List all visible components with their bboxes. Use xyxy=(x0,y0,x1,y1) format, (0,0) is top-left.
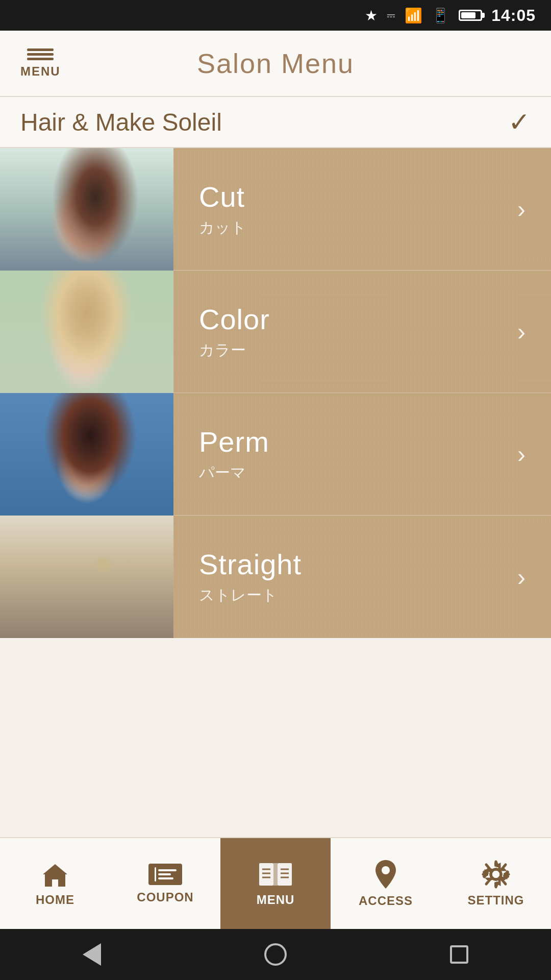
salon-name: Hair & Make Soleil xyxy=(20,108,222,136)
hamburger-menu-button[interactable]: MENU xyxy=(20,48,61,79)
perm-menu-item[interactable]: Perm パーマ › xyxy=(173,393,551,516)
recents-icon xyxy=(450,945,468,964)
perm-label-english: Perm xyxy=(199,425,269,458)
page-title: Salon Menu xyxy=(197,47,354,79)
perm-chevron-icon: › xyxy=(517,440,525,468)
back-icon xyxy=(83,943,101,966)
back-button[interactable] xyxy=(77,939,107,970)
menu-line-1 xyxy=(27,48,54,51)
color-photo xyxy=(0,271,173,393)
perm-photo xyxy=(0,393,173,516)
cut-label-english: Cut xyxy=(199,180,246,213)
nav-setting-button[interactable]: SETTING xyxy=(441,838,551,929)
svg-rect-14 xyxy=(494,882,497,887)
svg-rect-1 xyxy=(278,863,292,886)
coupon-icon xyxy=(147,863,183,886)
home-circle-icon xyxy=(264,943,287,966)
book-icon xyxy=(258,860,293,889)
home-button[interactable] xyxy=(260,939,291,970)
svg-rect-0 xyxy=(259,863,273,886)
bottom-navigation: HOME COUPON MEN xyxy=(0,837,551,929)
salon-selector[interactable]: Hair & Make Soleil ✓ xyxy=(0,97,551,148)
menu-button-label: MENU xyxy=(20,64,61,79)
straight-item-text: Straight ストレート xyxy=(199,548,302,606)
straight-chevron-icon: › xyxy=(517,563,525,591)
home-icon xyxy=(40,860,70,889)
recents-button[interactable] xyxy=(444,939,474,970)
bluetooth-icon: ★ xyxy=(365,7,378,24)
cut-photo xyxy=(0,148,173,271)
wifi-icon: 📶 xyxy=(405,7,422,24)
vibrate-icon: ⎓ xyxy=(387,7,395,23)
status-bar: ★ ⎓ 📶 📱 14:05 xyxy=(0,0,551,31)
home-nav-label: HOME xyxy=(36,893,74,907)
pin-icon xyxy=(372,859,399,890)
header: MENU Salon Menu xyxy=(0,31,551,97)
coupon-nav-label: COUPON xyxy=(137,890,193,904)
cut-chevron-icon: › xyxy=(517,195,525,223)
cut-menu-item[interactable]: Cut カット › xyxy=(173,148,551,271)
setting-nav-label: SETTING xyxy=(467,893,524,908)
nav-access-button[interactable]: ACCESS xyxy=(331,838,441,929)
android-navigation-bar xyxy=(0,929,551,980)
perm-label-japanese: パーマ xyxy=(199,462,269,483)
battery-icon xyxy=(459,10,482,21)
straight-photo xyxy=(0,516,173,638)
menu-line-3 xyxy=(27,58,54,60)
sim-icon: 📱 xyxy=(432,7,449,24)
menu-items-grid: Cut カット › Color カラー › Perm パーマ › Straigh… xyxy=(0,148,551,638)
straight-label-english: Straight xyxy=(199,548,302,581)
svg-rect-13 xyxy=(494,862,497,867)
cut-label-japanese: カット xyxy=(199,217,246,238)
status-time: 14:05 xyxy=(491,6,536,25)
color-chevron-icon: › xyxy=(517,317,525,346)
nav-coupon-button[interactable]: COUPON xyxy=(110,838,220,929)
color-label-english: Color xyxy=(199,303,270,336)
color-label-japanese: カラー xyxy=(199,340,270,361)
access-nav-label: ACCESS xyxy=(359,894,413,908)
menu-nav-label: MENU xyxy=(257,893,295,907)
nav-menu-button[interactable]: MENU xyxy=(220,838,331,929)
gear-icon xyxy=(481,860,511,889)
nav-home-button[interactable]: HOME xyxy=(0,838,110,929)
perm-item-text: Perm パーマ xyxy=(199,425,269,483)
straight-label-japanese: ストレート xyxy=(199,585,302,606)
svg-rect-2 xyxy=(273,863,278,886)
svg-point-9 xyxy=(382,866,390,874)
menu-line-2 xyxy=(27,53,54,56)
straight-menu-item[interactable]: Straight ストレート › xyxy=(173,516,551,638)
color-item-text: Color カラー xyxy=(199,303,270,361)
color-menu-item[interactable]: Color カラー › xyxy=(173,271,551,393)
cut-item-text: Cut カット xyxy=(199,180,246,238)
chevron-down-icon: ✓ xyxy=(508,107,531,137)
